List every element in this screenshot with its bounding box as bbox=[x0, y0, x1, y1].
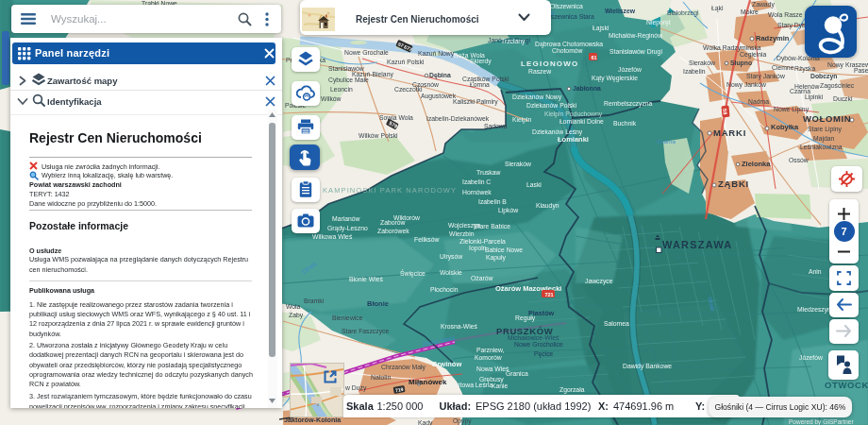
svg-text:Feliksów: Feliksów bbox=[414, 236, 440, 243]
svg-text:Kąty Węgierskie: Kąty Węgierskie bbox=[592, 75, 638, 82]
svg-text:Sadowa: Sadowa bbox=[484, 123, 508, 129]
svg-text:Zielonki-Parcela: Zielonki-Parcela bbox=[459, 238, 506, 245]
svg-text:Laski: Laski bbox=[526, 181, 542, 188]
svg-text:Cybulice Małe: Cybulice Małe bbox=[328, 76, 369, 84]
svg-text:Stanisławów Drugi: Stanisławów Drugi bbox=[609, 48, 662, 56]
svg-text:Truskaw: Truskaw bbox=[476, 169, 501, 176]
svg-text:Natolin: Natolin bbox=[371, 374, 391, 381]
svg-text:Dawidy Bankowe: Dawidy Bankowe bbox=[623, 363, 672, 370]
svg-text:Rżyska: Rżyska bbox=[794, 65, 816, 73]
svg-text:PRUSZKÓW: PRUSZKÓW bbox=[496, 326, 553, 336]
svg-text:MARKI: MARKI bbox=[713, 128, 746, 138]
svg-text:Pase: Pase bbox=[854, 67, 868, 74]
svg-text:Sieraków: Sieraków bbox=[689, 60, 715, 66]
svg-text:Majdan: Majdan bbox=[813, 135, 835, 143]
svg-text:Piastów: Piastów bbox=[528, 309, 555, 317]
svg-text:Kanie: Kanie bbox=[492, 382, 509, 389]
svg-text:Babice Nowe: Babice Nowe bbox=[485, 246, 523, 253]
svg-text:Sowia Wola: Sowia Wola bbox=[379, 114, 413, 121]
svg-text:Dobczyn: Dobczyn bbox=[810, 73, 837, 80]
svg-text:Rembelszczyzna: Rembelszczyzna bbox=[604, 100, 653, 108]
svg-text:Nadma: Nadma bbox=[748, 98, 769, 105]
svg-text:Józefów: Józefów bbox=[618, 66, 642, 73]
svg-text:Marianów: Marianów bbox=[332, 215, 360, 222]
svg-text:Czeczotki: Czeczotki bbox=[394, 86, 423, 93]
svg-text:Żaby: Żaby bbox=[289, 311, 304, 319]
svg-text:Jabłonna: Jabłonna bbox=[573, 85, 601, 92]
svg-text:Stare Lipiny: Stare Lipiny bbox=[808, 126, 842, 133]
svg-text:Stare Babice: Stare Babice bbox=[474, 223, 510, 230]
svg-text:Wilkowa Wieś: Wilkowa Wieś bbox=[312, 233, 353, 240]
svg-text:Święcice: Święcice bbox=[400, 269, 426, 278]
svg-text:Zielonka: Zielonka bbox=[742, 160, 771, 168]
svg-text:Błonie Wieś: Błonie Wieś bbox=[349, 276, 383, 282]
svg-text:Dębina: Dębina bbox=[429, 72, 451, 79]
svg-text:S8: S8 bbox=[722, 108, 728, 114]
svg-text:Raszew: Raszew bbox=[528, 68, 551, 75]
svg-text:Chotomów: Chotomów bbox=[552, 47, 583, 54]
svg-text:Trzciany: Trzciany bbox=[501, 38, 526, 45]
svg-text:Izabelin-Dziekanówek: Izabelin-Dziekanówek bbox=[426, 115, 490, 122]
svg-text:Izabelin B: Izabelin B bbox=[478, 198, 507, 205]
svg-text:Bieniewice: Bieniewice bbox=[332, 314, 363, 321]
svg-text:Stare Faszczyce: Stare Faszczyce bbox=[342, 328, 389, 335]
svg-text:Powered by GISPartner: Powered by GISPartner bbox=[789, 418, 854, 425]
svg-text:Radzymin: Radzymin bbox=[756, 34, 790, 42]
svg-text:Stary Dyb.: Stary Dyb. bbox=[777, 22, 808, 29]
svg-text:Dziekanów Polski: Dziekanów Polski bbox=[526, 102, 577, 109]
svg-text:Grądy-Leszno: Grądy-Leszno bbox=[327, 225, 368, 232]
svg-text:Ciemne: Ciemne bbox=[772, 64, 794, 71]
svg-text:721: 721 bbox=[545, 292, 554, 298]
svg-text:Wolskie: Wolskie bbox=[440, 269, 462, 276]
svg-text:Milanówek: Milanówek bbox=[409, 378, 447, 386]
svg-text:Hornówek: Hornówek bbox=[462, 189, 492, 196]
svg-text:Ossów: Ossów bbox=[789, 157, 809, 163]
svg-text:Zaborówek: Zaborówek bbox=[377, 228, 409, 234]
svg-text:ZĄBKI: ZĄBKI bbox=[718, 178, 749, 189]
svg-text:Ulrysów: Ulrysów bbox=[440, 253, 462, 261]
svg-text:Nowy Janków: Nowy Janków bbox=[726, 81, 766, 89]
svg-text:Wierzbin: Wierzbin bbox=[449, 230, 475, 237]
svg-text:Łąki: Łąki bbox=[711, 5, 724, 12]
svg-text:Sieraków: Sieraków bbox=[505, 161, 531, 167]
svg-text:Białobrzegi: Białobrzegi bbox=[667, 9, 699, 17]
svg-text:Granica: Granica bbox=[506, 370, 528, 377]
svg-text:Kapuły: Kapuły bbox=[486, 254, 506, 262]
svg-text:Kiełpin: Kiełpin bbox=[512, 116, 532, 124]
svg-text:Skierdy: Skierdy bbox=[470, 58, 492, 65]
svg-text:Józefów: Józefów bbox=[799, 354, 823, 361]
svg-text:Płochocin: Płochocin bbox=[430, 286, 459, 293]
svg-text:Nieporęt: Nieporęt bbox=[646, 19, 671, 26]
svg-text:Nowa Wieś: Nowa Wieś bbox=[476, 366, 509, 372]
svg-text:Duczki: Duczki bbox=[833, 95, 853, 102]
svg-text:Kiełpin Poduchowny: Kiełpin Poduchowny bbox=[544, 110, 603, 118]
svg-text:LEGIONOWO: LEGIONOWO bbox=[521, 60, 578, 68]
svg-text:Zgorzała: Zgorzała bbox=[559, 386, 585, 394]
svg-text:Stary Janków: Stary Janków bbox=[746, 73, 785, 80]
svg-text:Kady: Kady bbox=[418, 419, 433, 425]
svg-text:Augustówek: Augustówek bbox=[421, 93, 457, 100]
svg-text:Wilków Polski: Wilków Polski bbox=[359, 132, 398, 139]
svg-text:w Duży: w Duży bbox=[344, 384, 367, 392]
svg-text:Krosna-Wieś: Krosna-Wieś bbox=[441, 323, 478, 330]
svg-text:Zagościniec: Zagościniec bbox=[820, 82, 855, 90]
svg-text:Pęcice: Pęcice bbox=[534, 350, 554, 358]
svg-text:Buchnik: Buchnik bbox=[613, 120, 637, 127]
svg-text:Jawczyce: Jawczyce bbox=[585, 278, 613, 285]
svg-text:Zaborów: Zaborów bbox=[380, 219, 406, 226]
svg-text:WARSZAWA: WARSZAWA bbox=[662, 239, 732, 250]
svg-text:Słupno: Słupno bbox=[730, 60, 752, 67]
svg-text:Izabelin C: Izabelin C bbox=[462, 178, 491, 185]
svg-text:Leoncin: Leoncin bbox=[330, 86, 353, 93]
svg-text:Salomea: Salomea bbox=[604, 320, 629, 327]
svg-text:Lipków: Lipków bbox=[498, 207, 518, 214]
svg-text:Wola Rasze: Wola Rasze bbox=[768, 11, 803, 18]
svg-text:Błonie: Błonie bbox=[367, 299, 389, 308]
svg-text:Łomianki Dolne: Łomianki Dolne bbox=[559, 118, 604, 125]
svg-text:Wola: Wola bbox=[286, 303, 301, 310]
svg-text:Łomianki: Łomianki bbox=[558, 135, 589, 144]
svg-text:WOŁOMIN: WOŁOMIN bbox=[803, 113, 851, 124]
svg-text:Łomna: Łomna bbox=[470, 81, 490, 88]
svg-text:Kaliszki Palmiry: Kaliszki Palmiry bbox=[453, 98, 498, 106]
svg-text:Izabelin: Izabelin bbox=[683, 68, 706, 75]
